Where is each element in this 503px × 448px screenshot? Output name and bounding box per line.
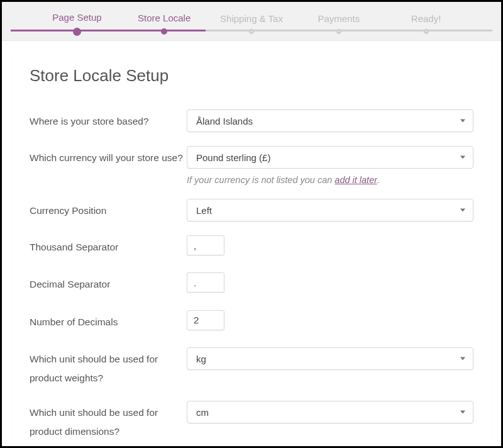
content-card: Store Locale Setup Where is your store b… [12, 51, 491, 448]
caret-down-icon [460, 209, 465, 212]
select-value: cm [196, 407, 209, 418]
row-currency: Which currency will your store use? Poun… [30, 146, 473, 185]
input-num-decimals[interactable] [187, 310, 224, 330]
label-thousand-separator: Thousand Separator [30, 235, 187, 256]
row-store-based: Where is your store based? Åland Islands [30, 109, 473, 132]
label-store-based: Where is your store based? [30, 109, 187, 130]
row-thousand-separator: Thousand Separator [30, 235, 473, 256]
select-weight-unit[interactable]: kg [187, 347, 473, 370]
caret-down-icon [460, 357, 465, 361]
wizard-step-label: Payments [318, 13, 360, 24]
select-dimension-unit[interactable]: cm [187, 401, 473, 423]
wizard-step-dot-icon [424, 29, 429, 34]
wizard-steps: Page Setup Store Locale Shipping & Tax P… [2, 2, 501, 40]
help-suffix: . [377, 175, 380, 185]
row-dimension-unit: Which unit should be used for product di… [30, 401, 473, 440]
wizard-step-dot-icon [73, 28, 81, 36]
add-it-later-link[interactable]: add it later [334, 175, 377, 185]
label-num-decimals: Number of Decimals [30, 310, 187, 331]
caret-down-icon [460, 411, 465, 414]
input-thousand-separator[interactable] [187, 235, 224, 255]
row-currency-position: Currency Position Left [30, 199, 473, 221]
caret-down-icon [460, 120, 465, 123]
label-currency-position: Currency Position [30, 199, 187, 220]
row-num-decimals: Number of Decimals [30, 310, 473, 331]
select-currency[interactable]: Pound sterling (£) [187, 146, 473, 169]
input-decimal-separator[interactable] [187, 272, 224, 293]
wizard-step-label: Page Setup [52, 12, 101, 23]
wizard-step-label: Store Locale [138, 13, 191, 23]
wizard-step-store-locale[interactable]: Store Locale [121, 8, 208, 35]
page-title: Store Locale Setup [30, 66, 473, 86]
select-store-based[interactable]: Åland Islands [187, 109, 473, 132]
wizard-step-page-setup[interactable]: Page Setup [33, 7, 121, 36]
select-currency-position[interactable]: Left [187, 199, 473, 221]
select-value: Pound sterling (£) [196, 152, 270, 163]
select-value: Left [196, 205, 212, 216]
label-weight-unit: Which unit should be used for product we… [30, 347, 187, 387]
currency-help-text: If your currency is not listed you can a… [187, 175, 473, 185]
wizard-step-label: Shipping & Tax [220, 13, 283, 24]
wizard-step-dot-icon [336, 29, 341, 34]
select-value: kg [196, 354, 206, 364]
wizard-step-payments[interactable]: Payments [295, 8, 382, 34]
wizard-step-dot-icon [161, 28, 167, 35]
wizard-progress-bar: Page Setup Store Locale Shipping & Tax P… [2, 2, 501, 41]
help-prefix: If your currency is not listed you can [187, 175, 334, 185]
wizard-step-shipping-tax[interactable]: Shipping & Tax [208, 8, 296, 34]
label-decimal-separator: Decimal Separator [30, 272, 187, 293]
wizard-step-label: Ready! [411, 13, 441, 24]
row-weight-unit: Which unit should be used for product we… [30, 347, 473, 387]
label-dimension-unit: Which unit should be used for product di… [30, 401, 187, 440]
select-value: Åland Islands [196, 116, 253, 126]
wizard-step-dot-icon [249, 29, 254, 34]
wizard-step-ready[interactable]: Ready! [382, 8, 470, 34]
label-currency: Which currency will your store use? [30, 146, 187, 167]
caret-down-icon [460, 156, 465, 159]
row-decimal-separator: Decimal Separator [30, 272, 473, 293]
